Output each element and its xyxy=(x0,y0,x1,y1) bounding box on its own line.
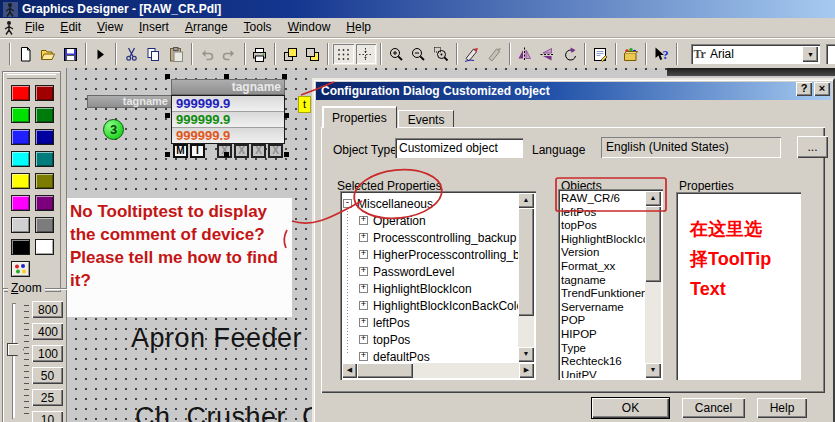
snap-toggle-button[interactable] xyxy=(355,43,378,65)
color-swatch-00e000[interactable] xyxy=(11,107,30,123)
scroll-down-icon[interactable]: ▼ xyxy=(645,363,661,378)
object-type-input[interactable]: Customized object xyxy=(395,138,523,158)
send-to-back-button[interactable] xyxy=(302,43,325,65)
zoom-level-800[interactable]: 800 xyxy=(32,301,63,318)
zoom-level-10[interactable]: 10 xyxy=(32,411,63,422)
scroll-up-icon[interactable]: ▲ xyxy=(518,193,534,208)
palette-gripper[interactable] xyxy=(7,74,56,79)
dialog-titlebar[interactable]: Configuration Dialog Customized object xyxy=(316,82,831,100)
tab-events[interactable]: Events xyxy=(398,110,455,128)
chevron-down-icon[interactable]: ▼ xyxy=(802,46,818,62)
color-swatch-d0d0d0[interactable] xyxy=(11,217,30,233)
dialog-close-button[interactable]: × xyxy=(814,82,830,96)
objects-list-item[interactable]: tagname xyxy=(561,274,645,288)
tree-expand-icon[interactable]: + xyxy=(359,335,368,344)
grid-toggle-button[interactable] xyxy=(332,43,355,65)
help-button[interactable]: Help xyxy=(757,398,807,418)
selection-handle[interactable] xyxy=(224,74,229,79)
open-file-button[interactable] xyxy=(37,43,60,65)
selection-handle[interactable] xyxy=(165,74,170,79)
menu-item-help[interactable]: Help xyxy=(338,18,379,37)
color-swatch-000000[interactable] xyxy=(11,239,30,255)
tree-scrollbar-vertical[interactable]: ▲ ▼ xyxy=(518,193,534,362)
tree-expand-icon[interactable]: + xyxy=(359,250,368,259)
annotation-note[interactable]: No Tooltiptest to displaythe comment of … xyxy=(67,198,292,317)
pen-color-button[interactable] xyxy=(461,43,484,65)
color-swatch-ff00ff[interactable] xyxy=(11,195,30,211)
objects-list-item[interactable]: Type xyxy=(561,342,645,356)
menu-item-insert[interactable]: Insert xyxy=(131,18,177,37)
selection-handle[interactable] xyxy=(282,74,287,79)
color-swatch-7c7c00[interactable] xyxy=(35,173,54,189)
color-swatch-00ffff[interactable] xyxy=(11,151,30,167)
dialog-help-button[interactable]: ? xyxy=(796,82,812,96)
scroll-down-icon[interactable]: ▼ xyxy=(518,347,534,362)
objects-list-item[interactable]: TrendFunktionen: xyxy=(561,287,645,301)
zoom-selection-button[interactable] xyxy=(430,43,453,65)
object-properties-button[interactable] xyxy=(589,43,612,65)
zoom-out-button[interactable] xyxy=(408,43,431,65)
objects-list-item[interactable]: HIPOP xyxy=(561,328,645,342)
menu-item-edit[interactable]: Edit xyxy=(52,18,89,37)
library-button[interactable] xyxy=(620,43,643,65)
scrollbar-thumb[interactable] xyxy=(645,206,661,282)
color-swatch-2020ff[interactable] xyxy=(11,129,30,145)
tree-expand-icon[interactable]: + xyxy=(359,301,368,310)
tree-expand-icon[interactable]: + xyxy=(359,352,368,361)
zoom-level-100[interactable]: 100 xyxy=(32,345,63,362)
paste-button[interactable] xyxy=(165,43,188,65)
tree-item[interactable]: +PasswordLevel xyxy=(343,263,518,280)
tree-expand-icon[interactable]: + xyxy=(359,216,368,225)
objects-list-item[interactable]: UnitPV xyxy=(561,369,645,378)
zoom-level-50[interactable]: 50 xyxy=(32,367,63,384)
color-swatch-ffffff[interactable] xyxy=(35,239,54,255)
objects-list-item[interactable]: topPos xyxy=(561,219,645,233)
menu-item-arrange[interactable]: Arrange xyxy=(177,18,236,37)
cancel-button[interactable]: Cancel xyxy=(682,398,745,418)
pen-disabled-button[interactable] xyxy=(483,43,506,65)
zoom-in-button[interactable] xyxy=(385,43,408,65)
tree-item[interactable]: +HighlightBlockIconBackColor xyxy=(343,297,518,314)
menu-item-window[interactable]: Window xyxy=(280,18,339,37)
scroll-left-icon[interactable]: ◀ xyxy=(342,363,357,378)
browse-button[interactable]: ... xyxy=(797,136,828,158)
selection-handle[interactable] xyxy=(224,152,229,157)
tree-expand-icon[interactable]: + xyxy=(359,318,368,327)
tree-item[interactable]: +HighlightBlockIcon xyxy=(343,280,518,297)
objects-list-item[interactable]: RAW_CR/6 xyxy=(561,192,645,206)
io-header-bar[interactable]: tagname xyxy=(171,79,285,95)
color-swatch-007c0c[interactable] xyxy=(35,107,54,123)
redo-button[interactable] xyxy=(218,43,241,65)
color-swatch-0000a0[interactable] xyxy=(35,129,54,145)
selection-handle[interactable] xyxy=(284,113,289,118)
rotate-button[interactable] xyxy=(559,43,582,65)
objects-list-item[interactable]: Version xyxy=(561,246,645,260)
scrollbar-thumb[interactable] xyxy=(518,208,534,316)
undo-button[interactable] xyxy=(196,43,219,65)
copy-button[interactable] xyxy=(143,43,166,65)
objects-list-item[interactable]: Servername xyxy=(561,301,645,315)
tree-item-miscellaneous[interactable]: -Miscellaneous xyxy=(343,195,518,212)
zoom-slider-handle[interactable] xyxy=(7,343,24,356)
io-values-box[interactable]: 999999.9999999.9999999.9 xyxy=(171,95,285,144)
scroll-right-icon[interactable]: ▶ xyxy=(519,363,534,378)
color-swatch-007c7c[interactable] xyxy=(35,151,54,167)
tree-expand-icon[interactable]: + xyxy=(359,233,368,242)
mirror-vertical-button[interactable] xyxy=(536,43,559,65)
tree-item[interactable]: +leftPos xyxy=(343,314,518,331)
color-swatch-ffff00[interactable] xyxy=(11,173,30,189)
color-swatch-ff0000[interactable] xyxy=(11,85,30,101)
selection-handle[interactable] xyxy=(284,152,289,157)
tree-expand-icon[interactable]: + xyxy=(359,284,368,293)
scrollbar-thumb[interactable] xyxy=(357,363,413,378)
tree-scrollbar-horizontal[interactable]: ◀ ▶ xyxy=(342,363,534,378)
objects-list-item[interactable]: Rechteck16 xyxy=(561,355,645,369)
canvas-label-bottom[interactable]: Ch Crusher C xyxy=(135,402,322,422)
color-swatch-7c007c[interactable] xyxy=(35,195,54,211)
color-swatch-a00000[interactable] xyxy=(35,85,54,101)
selection-handle[interactable] xyxy=(165,152,170,157)
scroll-up-icon[interactable]: ▲ xyxy=(645,191,661,206)
save-file-button[interactable] xyxy=(59,43,82,65)
cut-button[interactable] xyxy=(120,43,143,65)
menu-item-tools[interactable]: Tools xyxy=(236,18,280,37)
